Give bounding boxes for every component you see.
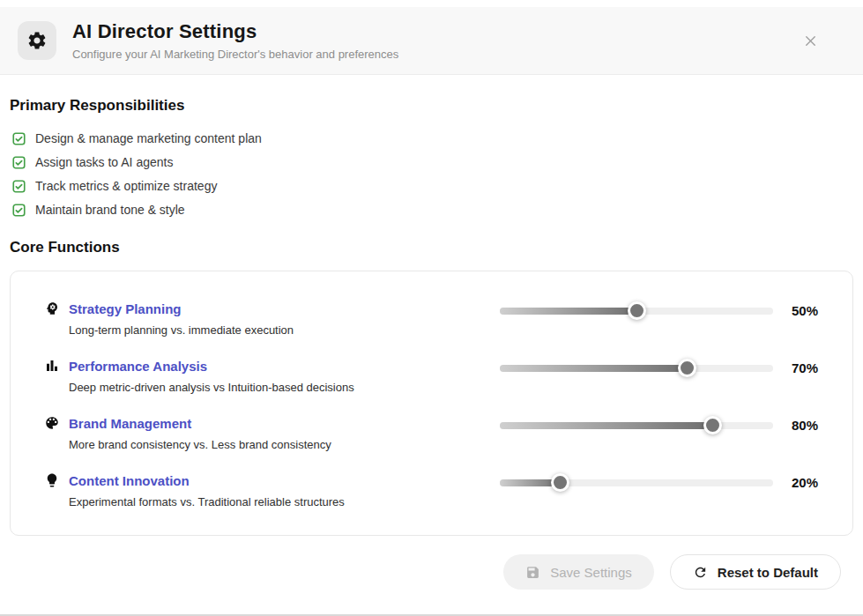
function-description: Long-term planning vs. immediate executi… <box>69 323 500 337</box>
bar-chart-icon <box>44 358 60 374</box>
slider-fill <box>500 308 637 315</box>
reset-to-default-button[interactable]: Reset to Default <box>670 554 841 590</box>
checkbox-checked-icon[interactable] <box>12 180 26 193</box>
function-info: Brand Management More brand consistency … <box>44 415 500 451</box>
dialog-header: AI Director Settings Configure your AI M… <box>0 7 863 75</box>
reset-to-default-label: Reset to Default <box>718 566 818 579</box>
function-slider[interactable] <box>500 416 773 434</box>
slider-thumb[interactable] <box>628 301 646 320</box>
function-value: 80% <box>792 418 830 433</box>
function-row: Content Innovation Experimental formats … <box>44 472 835 508</box>
responsibility-item[interactable]: Maintain brand tone & style <box>12 203 853 217</box>
gear-icon <box>18 21 56 60</box>
slider-thumb[interactable] <box>703 416 722 434</box>
save-icon <box>525 565 540 580</box>
slider-fill <box>500 422 713 429</box>
function-slider[interactable] <box>500 301 773 320</box>
responsibility-item[interactable]: Assign tasks to AI agents <box>12 155 853 169</box>
function-info: Strategy Planning Long-term planning vs.… <box>44 301 500 337</box>
palette-icon <box>44 415 60 431</box>
slider-thumb[interactable] <box>678 359 696 377</box>
responsibility-label: Assign tasks to AI agents <box>35 155 173 169</box>
responsibility-label: Track metrics & optimize strategy <box>35 179 217 193</box>
responsibility-label: Maintain brand tone & style <box>35 203 185 217</box>
function-title: Strategy Planning <box>69 301 182 316</box>
function-slider[interactable] <box>500 359 773 377</box>
function-control: 20% <box>500 472 835 492</box>
function-title: Performance Analysis <box>69 359 207 374</box>
save-settings-label: Save Settings <box>550 566 632 579</box>
function-title: Brand Management <box>69 416 191 431</box>
psychology-icon <box>44 301 60 316</box>
checkbox-checked-icon[interactable] <box>12 156 26 169</box>
function-control: 70% <box>500 358 835 377</box>
responsibilities-list: Design & manage marketing content plan A… <box>12 131 853 217</box>
responsibility-label: Design & manage marketing content plan <box>35 131 262 145</box>
function-row: Performance Analysis Deep metric-driven … <box>44 358 835 394</box>
core-functions-card: Strategy Planning Long-term planning vs.… <box>10 271 853 536</box>
dialog-title: AI Director Settings <box>72 20 398 43</box>
dialog-subtitle: Configure your AI Marketing Director's b… <box>72 48 398 61</box>
checkbox-checked-icon[interactable] <box>12 204 26 217</box>
save-settings-button[interactable]: Save Settings <box>503 554 654 590</box>
function-row: Brand Management More brand consistency … <box>44 415 835 451</box>
function-value: 50% <box>792 303 830 318</box>
lightbulb-icon <box>44 472 60 488</box>
core-functions-heading: Core Functions <box>10 239 853 256</box>
refresh-icon <box>693 565 708 580</box>
dialog-header-text: AI Director Settings Configure your AI M… <box>72 20 398 61</box>
function-control: 50% <box>500 301 835 320</box>
slider-thumb[interactable] <box>551 473 569 492</box>
close-button[interactable] <box>799 29 822 53</box>
primary-responsibilities-heading: Primary Responsibilities <box>10 97 853 115</box>
function-slider[interactable] <box>500 473 773 492</box>
function-control: 80% <box>500 415 835 434</box>
dialog-footer: Save Settings Reset to Default <box>10 536 853 590</box>
function-info: Content Innovation Experimental formats … <box>44 472 500 508</box>
function-value: 70% <box>792 360 830 375</box>
responsibility-item[interactable]: Track metrics & optimize strategy <box>12 179 853 193</box>
function-value: 20% <box>792 475 830 490</box>
ai-director-settings-dialog: AI Director Settings Configure your AI M… <box>0 0 863 616</box>
close-icon <box>802 39 819 52</box>
function-info: Performance Analysis Deep metric-driven … <box>44 358 500 394</box>
function-row: Strategy Planning Long-term planning vs.… <box>44 301 835 337</box>
slider-fill <box>500 365 688 372</box>
responsibility-item[interactable]: Design & manage marketing content plan <box>12 131 853 145</box>
function-description: Deep metric-driven analysis vs Intuition… <box>69 381 500 394</box>
function-description: Experimental formats vs. Traditional rel… <box>69 495 500 508</box>
function-description: More brand consistency vs. Less brand co… <box>69 438 500 451</box>
checkbox-checked-icon[interactable] <box>12 132 26 145</box>
dialog-body: Primary Responsibilities Design & manage… <box>0 97 863 590</box>
function-title: Content Innovation <box>69 473 190 488</box>
